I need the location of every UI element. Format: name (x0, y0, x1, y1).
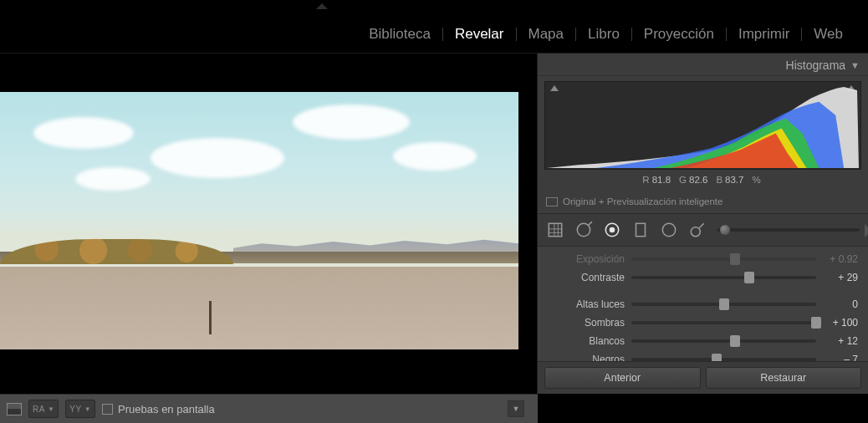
module-tab-revelar[interactable]: Revelar (443, 26, 516, 43)
module-tab-biblioteca[interactable]: Biblioteca (357, 26, 442, 43)
crop-tool-icon[interactable] (546, 221, 564, 239)
module-tab-mapa[interactable]: Mapa (517, 26, 576, 43)
graduated-filter-tool-icon[interactable] (631, 221, 650, 239)
loupe-view-icon[interactable] (7, 403, 22, 415)
module-picker: BibliotecaRevelarMapaLibroProyecciónImpr… (0, 0, 868, 54)
blacks-slider[interactable]: Negros – 7 (548, 350, 858, 361)
whites-slider[interactable]: Blancos + 12 (548, 332, 858, 350)
image-preview-area (0, 54, 537, 394)
rgb-readout: R81.8 G82.6 B83.7 % (544, 170, 861, 190)
redeye-tool-icon[interactable] (603, 221, 621, 239)
previous-button[interactable]: Anterior (544, 367, 701, 389)
shadows-slider[interactable]: Sombras + 100 (548, 313, 858, 332)
adjustment-brush-tool-icon[interactable] (688, 221, 707, 239)
module-tab-web[interactable]: Web (802, 26, 855, 43)
preview-rect-icon (546, 197, 558, 206)
svg-point-6 (691, 227, 700, 237)
develop-right-panel: Histograma ▼ R81.8 G8 (537, 54, 868, 394)
smart-preview-status: Original + Previsualización inteligente (538, 193, 868, 214)
histogram-panel-header[interactable]: Histograma ▼ (538, 54, 868, 76)
photo-preview[interactable] (0, 92, 518, 349)
module-tab-proyección[interactable]: Proyección (632, 26, 726, 43)
top-collapse-triangle[interactable] (316, 3, 328, 9)
basic-panel: Exposición + 0.92 Contraste + 29 Altas l… (538, 247, 868, 361)
toolbar: RA▼ YY▼ Pruebas en pantalla ▼ (0, 394, 538, 423)
contrast-slider[interactable]: Contraste + 29 (548, 268, 858, 287)
before-after-tb-icon[interactable]: YY▼ (65, 400, 95, 418)
module-tab-imprimir[interactable]: Imprimir (727, 26, 801, 43)
radial-filter-tool-icon[interactable] (660, 221, 678, 239)
panel-expand-icon[interactable] (865, 224, 868, 237)
module-tab-libro[interactable]: Libro (576, 26, 631, 43)
tool-strip (538, 214, 868, 247)
soft-proofing-toggle[interactable]: Pruebas en pantalla (102, 403, 215, 415)
reset-button[interactable]: Restaurar (706, 367, 862, 389)
svg-rect-0 (549, 223, 561, 236)
svg-point-5 (662, 223, 675, 236)
checkbox-icon[interactable] (102, 404, 113, 415)
before-after-lr-icon[interactable]: RA▼ (28, 400, 59, 418)
svg-rect-4 (636, 223, 646, 236)
exposure-slider[interactable]: Exposición + 0.92 (548, 250, 858, 268)
histogram[interactable] (544, 81, 861, 170)
svg-point-3 (610, 227, 615, 233)
disclosure-triangle-icon[interactable]: ▼ (850, 60, 860, 70)
tool-size-slider[interactable] (717, 228, 860, 232)
svg-point-1 (577, 223, 590, 236)
highlights-slider[interactable]: Altas luces 0 (548, 295, 858, 313)
toolbar-menu-dropdown[interactable]: ▼ (508, 400, 524, 417)
spot-removal-tool-icon[interactable] (574, 221, 593, 239)
histogram-title: Histograma (786, 59, 846, 72)
